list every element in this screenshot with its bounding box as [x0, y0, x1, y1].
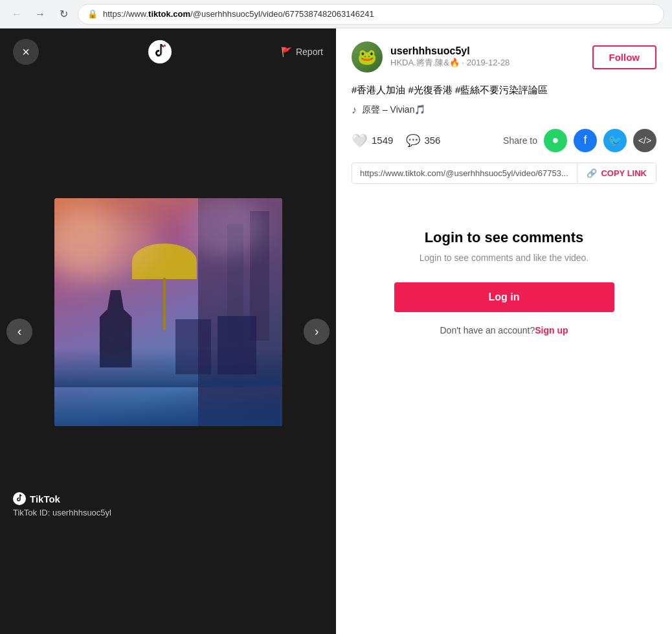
svg-point-1: [13, 492, 26, 505]
stats-share: 🤍 1549 💬 356 Share to ● f 🐦: [352, 129, 656, 152]
username: userhhhsuoc5yl: [390, 45, 585, 57]
facebook-share-button[interactable]: f: [574, 129, 597, 152]
next-video-button[interactable]: ›: [304, 319, 330, 345]
signup-link[interactable]: Sign up: [535, 325, 568, 335]
tiktok-logo-icon: [148, 40, 172, 63]
user-meta: HKDA.將青.陳&🔥 · 2019-12-28: [390, 57, 585, 69]
video-thumbnail: [54, 198, 282, 426]
music-icon: ♪: [352, 104, 357, 116]
share-area: Share to ● f 🐦 </>: [503, 129, 656, 152]
login-subtitle: Login to see comments and like the video…: [420, 253, 589, 263]
copy-link-button[interactable]: 🔗 COPY LINK: [577, 163, 656, 183]
right-panel: 🐸 userhhhsuoc5yl HKDA.將青.陳&🔥 · 2019-12-2…: [336, 28, 672, 634]
svg-point-0: [148, 40, 172, 63]
user-info: userhhhsuoc5yl HKDA.將青.陳&🔥 · 2019-12-28: [390, 45, 585, 69]
address-bar[interactable]: 🔒 https://www.tiktok.com/@userhhhsuoc5yl…: [78, 4, 664, 25]
music-title: 原聲 – Vivian🎵: [362, 104, 425, 116]
url-text: https://www.tiktok.com/@userhhhsuoc5yl/v…: [103, 9, 374, 19]
left-panel: × 🚩 Report: [0, 28, 336, 634]
tiktok-watermark: TikTok: [13, 492, 111, 505]
link-icon: 🔗: [587, 168, 597, 178]
embed-share-button[interactable]: </>: [633, 129, 656, 152]
back-button[interactable]: ←: [8, 5, 26, 23]
music-line: ♪ 原聲 – Vivian🎵: [352, 104, 656, 116]
twitter-icon: 🐦: [608, 133, 622, 148]
tiktok-small-icon: [13, 492, 26, 505]
avatar: 🐸: [352, 41, 383, 73]
forward-button[interactable]: →: [31, 5, 49, 23]
prev-video-button[interactable]: ‹: [6, 319, 32, 345]
comments-count: 356: [424, 135, 440, 146]
facebook-icon: f: [583, 133, 587, 147]
share-label: Share to: [503, 135, 537, 146]
close-button[interactable]: ×: [13, 39, 39, 65]
follow-button[interactable]: Follow: [592, 45, 657, 69]
login-title: Login to see comments: [425, 229, 584, 246]
flag-icon: 🚩: [281, 47, 292, 57]
embed-icon: </>: [638, 135, 651, 146]
user-header: 🐸 userhhhsuoc5yl HKDA.將青.陳&🔥 · 2019-12-2…: [352, 41, 656, 73]
whatsapp-share-button[interactable]: ●: [544, 129, 567, 152]
twitter-share-button[interactable]: 🐦: [603, 129, 627, 152]
comment-icon: 💬: [406, 133, 420, 148]
login-button[interactable]: Log in: [394, 282, 614, 312]
comments-stat: 💬 356: [406, 133, 440, 148]
main-layout: × 🚩 Report: [0, 28, 672, 634]
tiktok-logo-area: [148, 40, 172, 63]
security-icon: 🔒: [87, 9, 98, 19]
hashtags: #香港人加油 #光復香港 #藍絲不要污染評論區: [352, 83, 656, 98]
browser-chrome: ← → ↻ 🔒 https://www.tiktok.com/@userhhhs…: [0, 0, 672, 28]
signup-line: Don't have an account?Sign up: [440, 325, 568, 335]
copy-link-label: COPY LINK: [601, 168, 647, 178]
report-button[interactable]: 🚩 Report: [281, 47, 323, 57]
likes-stat: 🤍 1549: [352, 133, 393, 148]
link-bar: https://www.tiktok.com/@userhhhsuoc5yl/v…: [352, 163, 656, 184]
signup-prompt: Don't have an account?: [440, 325, 535, 335]
likes-count: 1549: [372, 135, 393, 146]
login-section: Login to see comments Login to see comme…: [352, 203, 656, 361]
top-bar: × 🚩 Report: [0, 28, 336, 75]
share-link-text: https://www.tiktok.com/@userhhhsuoc5yl/v…: [352, 163, 577, 183]
tiktok-id: TikTok ID: userhhhsuoc5yl: [13, 508, 111, 517]
video-area: ‹ ›: [0, 28, 336, 634]
stats: 🤍 1549 💬 356: [352, 133, 440, 148]
watermark-area: TikTok TikTok ID: userhhhsuoc5yl: [13, 492, 111, 517]
refresh-button[interactable]: ↻: [54, 5, 73, 23]
heart-icon: 🤍: [352, 133, 368, 148]
whatsapp-icon: ●: [552, 133, 559, 147]
